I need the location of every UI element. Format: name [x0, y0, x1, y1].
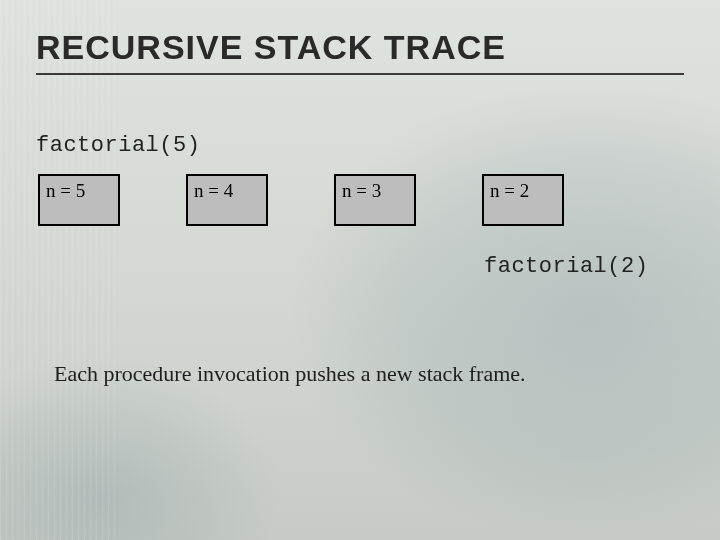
stack-frame-label: n = 5 — [46, 180, 85, 202]
stack-frame-label: n = 4 — [194, 180, 233, 202]
code-call-bottom: factorial(2) — [484, 254, 684, 279]
slide: RECURSIVE STACK TRACE factorial(5) n = 5… — [0, 0, 720, 540]
stack-frame-label: n = 2 — [490, 180, 529, 202]
stack-frame-label: n = 3 — [342, 180, 381, 202]
code-call-top: factorial(5) — [36, 133, 684, 158]
stack-frame: n = 3 — [334, 174, 416, 226]
stack-frames-row: n = 5 n = 4 n = 3 n = 2 — [38, 174, 684, 226]
title-underline — [36, 73, 684, 75]
stack-frame: n = 2 — [482, 174, 564, 226]
stack-frame: n = 5 — [38, 174, 120, 226]
slide-title: RECURSIVE STACK TRACE — [36, 28, 684, 73]
stack-frame: n = 4 — [186, 174, 268, 226]
caption-text: Each procedure invocation pushes a new s… — [54, 361, 684, 387]
